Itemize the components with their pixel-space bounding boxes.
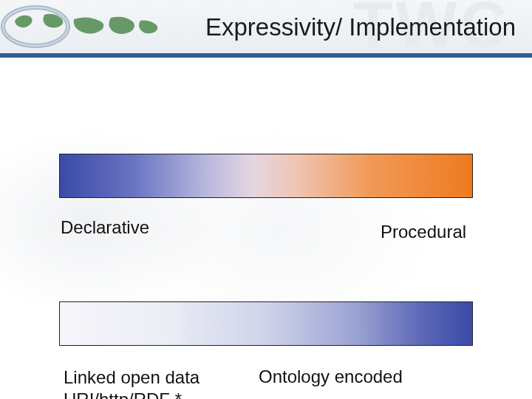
slide-header: TWC Expressivity/ Implementation	[0, 0, 532, 58]
label-procedural: Procedural	[381, 222, 466, 242]
label-ontology-encoded: Ontology encoded	[259, 366, 403, 387]
slide: TWC Expressivity/ Implementation Declara…	[0, 0, 532, 399]
label-linked-open-data: Linked open dataURI/http/RDF *	[64, 366, 200, 399]
world-map-icon	[0, 4, 163, 49]
gradient-bar-declarative-procedural	[59, 154, 473, 198]
gradient-bar-linked-ontology	[59, 301, 473, 346]
slide-title: Expressivity/ Implementation	[205, 13, 516, 41]
label-declarative: Declarative	[61, 217, 149, 238]
